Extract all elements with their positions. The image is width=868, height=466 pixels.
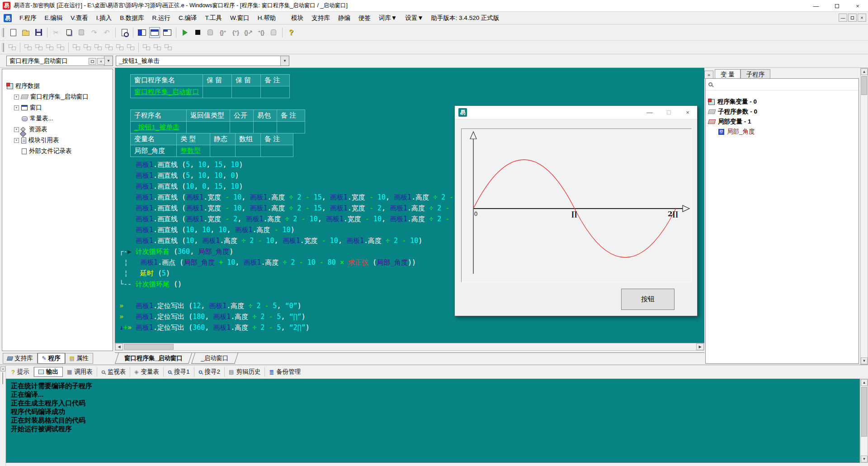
run-to-cursor-icon[interactable]: ⁺{} — [255, 27, 266, 38]
stop-icon[interactable] — [192, 27, 203, 38]
pause-hand-icon[interactable] — [268, 27, 279, 38]
window-layout-left-icon[interactable] — [137, 27, 147, 38]
tab-variable-table[interactable]: ◈变量表 — [130, 367, 164, 377]
menu-edit[interactable]: E.编辑 — [41, 12, 67, 24]
menu-static-compile[interactable]: 静编 — [334, 12, 354, 24]
output-scrollbar[interactable]: ▲ ▼ — [860, 379, 868, 463]
program-window-titlebar[interactable]: 易 — × — [455, 106, 697, 119]
undo-icon[interactable]: ↶ — [101, 27, 112, 38]
tree-item-window[interactable]: + 窗口 — [14, 104, 42, 112]
doc-tab-startup-window[interactable]: _启动窗口 — [191, 353, 238, 364]
chevron-down-icon[interactable]: ▼ — [280, 56, 289, 66]
dock-handle[interactable]: × — [0, 365, 6, 466]
menu-notes[interactable]: 便签 — [354, 12, 375, 24]
doc-tab-program-set[interactable]: 窗口程序集_启动窗口 — [115, 353, 192, 364]
cell-value[interactable]: _按钮1_被单击 — [134, 123, 179, 131]
menu-settings[interactable]: 设置▼ — [401, 12, 427, 24]
program-window[interactable]: 易 — × 0 ∏ 2∏ 按钮 — [454, 105, 698, 316]
tree-item-module-ref-table[interactable]: + 模块引用表 — [14, 136, 59, 144]
tab-search1[interactable]: 搜寻1 — [164, 367, 194, 377]
menu-module[interactable]: 模块 — [287, 12, 307, 24]
tree-item-subroutine-params[interactable]: 子程序参数 - 0 — [708, 107, 856, 117]
scroll-down-icon[interactable]: ▼ — [861, 357, 868, 364]
vscroll-thumb[interactable] — [861, 76, 867, 95]
hscroll-thumb[interactable] — [124, 344, 174, 350]
search-icon[interactable] — [708, 82, 712, 86]
tab-program[interactable]: ✎ 程序 — [38, 353, 65, 364]
find-icon[interactable] — [119, 27, 130, 38]
tab-properties[interactable]: ▤ 属性 — [65, 353, 93, 364]
debug-icon[interactable] — [205, 27, 216, 38]
chevron-down-icon[interactable]: ▼ — [104, 56, 113, 66]
cell-value[interactable]: 局部_角度 — [131, 145, 177, 157]
expand-icon[interactable]: + — [14, 95, 19, 100]
panel-overflow-icon[interactable]: » — [704, 71, 713, 79]
editor-hscrollbar[interactable]: ◀ ▶ — [115, 343, 704, 351]
menu-view[interactable]: V.查看 — [66, 12, 92, 24]
tab-hints[interactable]: ?提示 — [7, 367, 34, 377]
scroll-up-icon[interactable]: ▲ — [861, 68, 868, 75]
program-button[interactable]: 按钮 — [621, 289, 675, 310]
paste-icon[interactable] — [76, 27, 87, 38]
save-icon[interactable] — [33, 27, 44, 38]
tree-item-program-set-vars[interactable]: 程序集变量 - 0 — [708, 97, 856, 107]
tab-variables[interactable]: 变 量 — [715, 69, 741, 79]
expand-icon[interactable]: + — [14, 127, 19, 132]
tab-search2[interactable]: 搜寻2 — [194, 367, 225, 377]
tab-watch-table[interactable]: 监视表 — [97, 367, 131, 377]
window-layout-grid-icon[interactable] — [162, 27, 173, 38]
menu-tools[interactable]: T.工具 — [201, 12, 226, 24]
tree-item-local-angle[interactable]: 整 局部_角度 — [708, 127, 856, 137]
tree-item-local-vars[interactable]: 局部变量 - 1 — [708, 117, 856, 127]
step-into-icon[interactable]: {⁺} — [230, 27, 241, 38]
tab-subroutines[interactable]: 子程序 — [741, 69, 771, 79]
scroll-down-icon[interactable]: ▼ — [861, 456, 868, 462]
scroll-up-icon[interactable]: ▲ — [861, 379, 868, 386]
cell-value[interactable]: 整数型 — [180, 147, 201, 154]
help-icon[interactable]: ? — [286, 27, 297, 38]
code-line[interactable]: ↓+»画板1.定位写出 (360, 画板1.高度 ÷ 2 - 5, “2∏”) — [116, 322, 704, 333]
tree-item-constant-table[interactable]: 常量表... — [22, 114, 53, 123]
menu-lexicon[interactable]: 词库▼ — [375, 12, 401, 24]
dock-grip[interactable] — [1, 372, 3, 384]
menu-program[interactable]: F.程序 — [15, 12, 41, 24]
menu-support-lib[interactable]: 支持库 — [307, 12, 334, 24]
tree-item-external-file-table[interactable]: 外部文件记录表 — [22, 147, 72, 155]
menu-insert[interactable]: I.插入 — [92, 12, 116, 24]
menu-database[interactable]: B.数据库 — [116, 12, 148, 24]
output-console[interactable]: 正在统计需要编译的子程序正在编译...正在生成主程序入口代码程序代码编译成功正在… — [6, 379, 860, 463]
restore-button[interactable] — [826, 0, 847, 12]
scroll-right-icon[interactable]: ▶ — [696, 343, 704, 350]
variable-search-row[interactable] — [706, 79, 859, 90]
step-out-icon[interactable]: {}↗ — [243, 27, 254, 38]
cell-value[interactable]: 窗口程序集_启动窗口 — [134, 88, 199, 95]
expand-icon[interactable]: + — [14, 138, 19, 143]
new-file-icon[interactable] — [8, 27, 19, 38]
menu-window[interactable]: W.窗口 — [226, 12, 254, 24]
tree-item-window-program-set[interactable]: + 窗口程序集_启动窗口 — [14, 93, 89, 101]
minimize-button[interactable]: — — [806, 0, 826, 12]
run-icon[interactable] — [179, 27, 190, 38]
toolbar-grip[interactable] — [2, 43, 4, 52]
step-over-icon[interactable]: {}⁺ — [217, 27, 228, 38]
tree-item-program-data[interactable]: 程序数据 — [7, 82, 40, 90]
mdi-close-button[interactable]: × — [858, 14, 866, 22]
window-layout-top-icon[interactable] — [149, 27, 160, 38]
mdi-restore-button[interactable] — [848, 14, 857, 22]
right-panel-scrollbar[interactable]: ▲ ▼ — [860, 68, 868, 365]
menu-help[interactable]: H.帮助 — [254, 12, 280, 24]
minimize-button[interactable]: — — [640, 106, 659, 119]
vscroll-thumb[interactable] — [861, 387, 867, 437]
tab-backup-manager[interactable]: ≣备份管理 — [265, 367, 305, 377]
close-button[interactable]: × — [678, 106, 697, 119]
maximize-button[interactable] — [659, 106, 678, 119]
panel-close-icon[interactable]: × — [97, 58, 105, 65]
toolbar-grip[interactable] — [2, 28, 4, 37]
menu-compile[interactable]: C.编译 — [175, 12, 201, 24]
local-variable-table[interactable]: 变量名 类 型 静态 数组 备 注 局部_角度 整数型 — [130, 133, 293, 157]
tab-clip-history[interactable]: ▤剪辑历史 — [225, 367, 265, 377]
menu-run[interactable]: R.运行 — [148, 12, 175, 24]
tab-support-lib[interactable]: 支持库 — [3, 353, 38, 364]
panel-pin-icon[interactable] — [89, 58, 96, 65]
expand-icon[interactable]: + — [14, 105, 19, 110]
